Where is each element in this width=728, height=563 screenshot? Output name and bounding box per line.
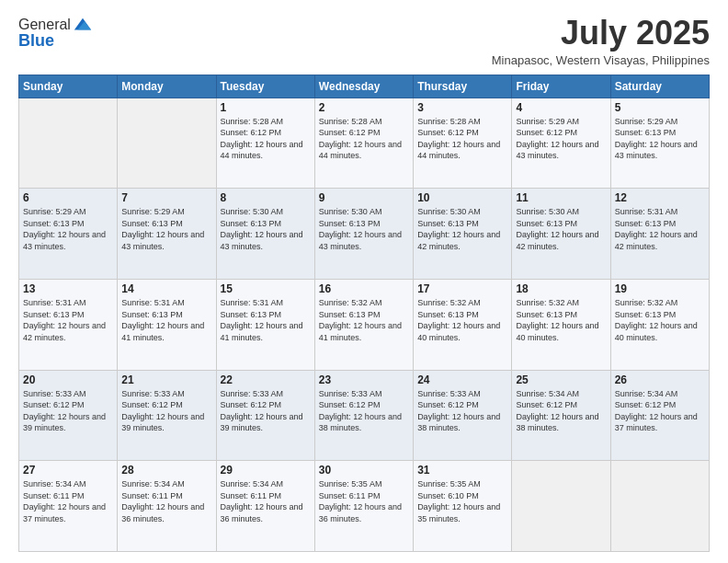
- calendar-cell: 21Sunrise: 5:33 AM Sunset: 6:12 PM Dayli…: [118, 370, 216, 461]
- day-header-friday: Friday: [512, 75, 610, 98]
- day-info: Sunrise: 5:31 AM Sunset: 6:13 PM Dayligh…: [221, 297, 311, 343]
- calendar-cell: 29Sunrise: 5:34 AM Sunset: 6:11 PM Dayli…: [216, 461, 314, 552]
- day-info: Sunrise: 5:31 AM Sunset: 6:13 PM Dayligh…: [23, 297, 113, 343]
- calendar-cell: 13Sunrise: 5:31 AM Sunset: 6:13 PM Dayli…: [19, 279, 118, 370]
- day-info: Sunrise: 5:29 AM Sunset: 6:12 PM Dayligh…: [516, 116, 606, 162]
- day-info: Sunrise: 5:34 AM Sunset: 6:11 PM Dayligh…: [121, 478, 211, 524]
- calendar-cell: 2Sunrise: 5:28 AM Sunset: 6:12 PM Daylig…: [314, 98, 413, 189]
- day-info: Sunrise: 5:32 AM Sunset: 6:13 PM Dayligh…: [417, 297, 507, 343]
- calendar-cell: 31Sunrise: 5:35 AM Sunset: 6:10 PM Dayli…: [414, 461, 512, 552]
- day-header-thursday: Thursday: [414, 75, 512, 98]
- day-header-monday: Monday: [118, 75, 216, 98]
- day-number: 13: [23, 282, 113, 295]
- day-number: 5: [615, 101, 705, 114]
- title-block: July 2025 Minapasoc, Western Visayas, Ph…: [492, 15, 710, 67]
- page: General Blue July 2025 Minapasoc, Wester…: [0, 0, 728, 563]
- logo: General Blue: [18, 15, 93, 51]
- calendar-cell: 5Sunrise: 5:29 AM Sunset: 6:13 PM Daylig…: [610, 98, 709, 189]
- day-info: Sunrise: 5:32 AM Sunset: 6:13 PM Dayligh…: [615, 297, 705, 343]
- header: General Blue July 2025 Minapasoc, Wester…: [18, 15, 710, 67]
- calendar-cell: [19, 98, 118, 189]
- calendar-cell: 3Sunrise: 5:28 AM Sunset: 6:12 PM Daylig…: [414, 98, 512, 189]
- calendar-cell: 22Sunrise: 5:33 AM Sunset: 6:12 PM Dayli…: [216, 370, 314, 461]
- day-number: 4: [516, 101, 606, 114]
- day-info: Sunrise: 5:32 AM Sunset: 6:13 PM Dayligh…: [319, 297, 409, 343]
- calendar-cell: 20Sunrise: 5:33 AM Sunset: 6:12 PM Dayli…: [19, 370, 118, 461]
- calendar-cell: 14Sunrise: 5:31 AM Sunset: 6:13 PM Dayli…: [118, 279, 216, 370]
- day-number: 19: [615, 282, 705, 295]
- calendar-cell: 12Sunrise: 5:31 AM Sunset: 6:13 PM Dayli…: [610, 189, 709, 280]
- day-number: 17: [417, 282, 507, 295]
- day-info: Sunrise: 5:33 AM Sunset: 6:12 PM Dayligh…: [319, 388, 409, 434]
- day-info: Sunrise: 5:29 AM Sunset: 6:13 PM Dayligh…: [23, 206, 113, 252]
- day-number: 12: [615, 191, 705, 204]
- calendar-cell: 24Sunrise: 5:33 AM Sunset: 6:12 PM Dayli…: [414, 370, 512, 461]
- calendar-week-3: 13Sunrise: 5:31 AM Sunset: 6:13 PM Dayli…: [19, 279, 710, 370]
- day-info: Sunrise: 5:35 AM Sunset: 6:11 PM Dayligh…: [319, 478, 409, 524]
- day-info: Sunrise: 5:30 AM Sunset: 6:13 PM Dayligh…: [516, 206, 606, 252]
- day-info: Sunrise: 5:31 AM Sunset: 6:13 PM Dayligh…: [615, 206, 705, 252]
- day-info: Sunrise: 5:33 AM Sunset: 6:12 PM Dayligh…: [121, 388, 211, 434]
- calendar-week-1: 1Sunrise: 5:28 AM Sunset: 6:12 PM Daylig…: [19, 98, 710, 189]
- day-number: 16: [319, 282, 409, 295]
- location: Minapasoc, Western Visayas, Philippines: [492, 53, 710, 67]
- day-number: 28: [121, 464, 211, 477]
- month-title: July 2025: [492, 15, 710, 52]
- day-number: 23: [319, 373, 409, 386]
- logo-blue-text: Blue: [18, 31, 54, 51]
- day-number: 25: [516, 373, 606, 386]
- day-info: Sunrise: 5:29 AM Sunset: 6:13 PM Dayligh…: [121, 206, 211, 252]
- day-number: 30: [319, 464, 409, 477]
- day-info: Sunrise: 5:28 AM Sunset: 6:12 PM Dayligh…: [417, 116, 507, 162]
- day-number: 18: [516, 282, 606, 295]
- day-header-tuesday: Tuesday: [216, 75, 314, 98]
- day-info: Sunrise: 5:28 AM Sunset: 6:12 PM Dayligh…: [221, 116, 311, 162]
- day-number: 29: [221, 464, 311, 477]
- calendar-cell: 18Sunrise: 5:32 AM Sunset: 6:13 PM Dayli…: [512, 279, 610, 370]
- day-number: 11: [516, 191, 606, 204]
- calendar-cell: 16Sunrise: 5:32 AM Sunset: 6:13 PM Dayli…: [314, 279, 413, 370]
- day-info: Sunrise: 5:33 AM Sunset: 6:12 PM Dayligh…: [23, 388, 113, 434]
- day-info: Sunrise: 5:33 AM Sunset: 6:12 PM Dayligh…: [417, 388, 507, 434]
- calendar-cell: [610, 461, 709, 552]
- day-number: 1: [221, 101, 311, 114]
- calendar-cell: 11Sunrise: 5:30 AM Sunset: 6:13 PM Dayli…: [512, 189, 610, 280]
- calendar-cell: 1Sunrise: 5:28 AM Sunset: 6:12 PM Daylig…: [216, 98, 314, 189]
- calendar-cell: 4Sunrise: 5:29 AM Sunset: 6:12 PM Daylig…: [512, 98, 610, 189]
- day-number: 7: [121, 191, 211, 204]
- day-number: 6: [23, 191, 113, 204]
- calendar-cell: 30Sunrise: 5:35 AM Sunset: 6:11 PM Dayli…: [314, 461, 413, 552]
- day-number: 22: [221, 373, 311, 386]
- calendar-cell: 6Sunrise: 5:29 AM Sunset: 6:13 PM Daylig…: [19, 189, 118, 280]
- day-number: 21: [121, 373, 211, 386]
- calendar-week-5: 27Sunrise: 5:34 AM Sunset: 6:11 PM Dayli…: [19, 461, 710, 552]
- calendar-cell: 10Sunrise: 5:30 AM Sunset: 6:13 PM Dayli…: [414, 189, 512, 280]
- day-info: Sunrise: 5:30 AM Sunset: 6:13 PM Dayligh…: [417, 206, 507, 252]
- calendar-cell: 23Sunrise: 5:33 AM Sunset: 6:12 PM Dayli…: [314, 370, 413, 461]
- calendar-cell: 17Sunrise: 5:32 AM Sunset: 6:13 PM Dayli…: [414, 279, 512, 370]
- calendar-cell: 25Sunrise: 5:34 AM Sunset: 6:12 PM Dayli…: [512, 370, 610, 461]
- calendar-cell: 15Sunrise: 5:31 AM Sunset: 6:13 PM Dayli…: [216, 279, 314, 370]
- day-number: 3: [417, 101, 507, 114]
- calendar-cell: 7Sunrise: 5:29 AM Sunset: 6:13 PM Daylig…: [118, 189, 216, 280]
- day-number: 9: [319, 191, 409, 204]
- calendar-cell: [512, 461, 610, 552]
- calendar-cell: 19Sunrise: 5:32 AM Sunset: 6:13 PM Dayli…: [610, 279, 709, 370]
- day-info: Sunrise: 5:32 AM Sunset: 6:13 PM Dayligh…: [516, 297, 606, 343]
- calendar-cell: 27Sunrise: 5:34 AM Sunset: 6:11 PM Dayli…: [19, 461, 118, 552]
- day-number: 27: [23, 464, 113, 477]
- day-info: Sunrise: 5:35 AM Sunset: 6:10 PM Dayligh…: [417, 478, 507, 524]
- day-number: 31: [417, 464, 507, 477]
- day-info: Sunrise: 5:33 AM Sunset: 6:12 PM Dayligh…: [221, 388, 311, 434]
- day-info: Sunrise: 5:34 AM Sunset: 6:12 PM Dayligh…: [516, 388, 606, 434]
- day-info: Sunrise: 5:28 AM Sunset: 6:12 PM Dayligh…: [319, 116, 409, 162]
- day-number: 2: [319, 101, 409, 114]
- days-row: SundayMondayTuesdayWednesdayThursdayFrid…: [19, 75, 710, 98]
- day-info: Sunrise: 5:30 AM Sunset: 6:13 PM Dayligh…: [319, 206, 409, 252]
- calendar-cell: [118, 98, 216, 189]
- calendar-week-4: 20Sunrise: 5:33 AM Sunset: 6:12 PM Dayli…: [19, 370, 710, 461]
- calendar-header: SundayMondayTuesdayWednesdayThursdayFrid…: [19, 75, 710, 98]
- day-info: Sunrise: 5:34 AM Sunset: 6:11 PM Dayligh…: [221, 478, 311, 524]
- day-header-saturday: Saturday: [610, 75, 709, 98]
- day-number: 8: [221, 191, 311, 204]
